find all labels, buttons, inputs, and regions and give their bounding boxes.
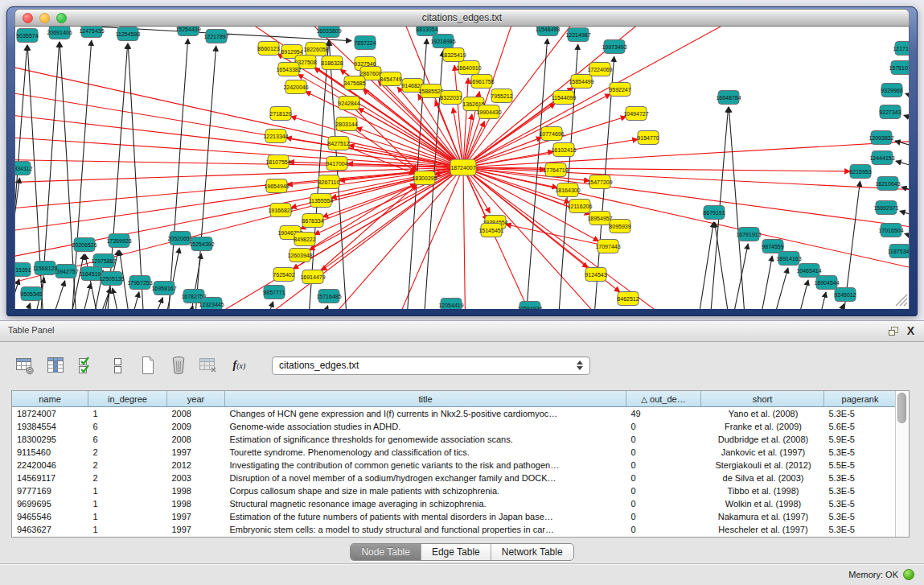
float-panel-icon[interactable] bbox=[888, 326, 899, 336]
network-view[interactable]: 1872400718300295866012389129541822605893… bbox=[15, 27, 910, 309]
graph-node[interactable]: 10494727 bbox=[623, 107, 648, 121]
graph-node[interactable]: 16958167 bbox=[151, 282, 176, 295]
zoom-window-icon[interactable] bbox=[56, 13, 67, 23]
graph-node[interactable]: 17957253 bbox=[127, 276, 152, 290]
graph-node[interactable]: 9417004 bbox=[326, 157, 347, 171]
graph-node[interactable]: 9505345 bbox=[20, 287, 42, 301]
graph-node[interactable]: 9242844 bbox=[338, 97, 359, 110]
delete-column-icon[interactable] bbox=[167, 355, 189, 377]
graph-node[interactable]: 12323445 bbox=[199, 298, 224, 310]
column-header-in_degree[interactable]: in_degree bbox=[88, 391, 167, 407]
table-selector-dropdown[interactable]: citations_edges.txt bbox=[272, 356, 590, 375]
graph-node[interactable]: 8498222 bbox=[294, 233, 315, 246]
table-mode-icon[interactable] bbox=[14, 355, 36, 377]
table-row[interactable]: 911546021997Tourette syndrome. Phenomeno… bbox=[12, 446, 895, 459]
graph-node[interactable]: 8660123 bbox=[257, 42, 279, 56]
graph-node[interactable]: 8454749 bbox=[380, 72, 401, 86]
table-row[interactable]: 2242004622012Investigating the contribut… bbox=[12, 459, 895, 472]
graph-node[interactable]: 9245012 bbox=[834, 288, 856, 302]
graph-node[interactable]: 18300295 bbox=[412, 171, 437, 185]
graph-node[interactable]: 9124543 bbox=[585, 268, 606, 282]
graph-node[interactable]: 11254598 bbox=[116, 27, 141, 41]
graph-node[interactable]: 11355554 bbox=[309, 194, 334, 208]
show-columns-icon[interactable] bbox=[45, 355, 67, 377]
graph-node[interactable]: 7857224 bbox=[354, 36, 376, 50]
graph-node[interactable]: 16961758 bbox=[469, 75, 494, 89]
table-row[interactable]: 1938455462009Genome-wide association stu… bbox=[12, 420, 895, 433]
table-row[interactable]: 1872400712008Changes of HCN gene express… bbox=[12, 407, 895, 421]
graph-node[interactable]: 18904544 bbox=[814, 276, 839, 290]
graph-node[interactable]: 19904430 bbox=[476, 105, 501, 119]
graph-node[interactable]: 20691406 bbox=[47, 27, 72, 39]
minimize-window-icon[interactable] bbox=[39, 13, 50, 23]
graph-node[interactable]: 12171076 bbox=[893, 42, 910, 56]
graph-node[interactable]: 11544099 bbox=[552, 91, 577, 105]
table-row[interactable]: 977716911998Corpus callosum shape and si… bbox=[12, 484, 895, 497]
graph-node[interactable]: 10594936 bbox=[517, 302, 542, 310]
graph-node[interactable]: 12214987 bbox=[565, 28, 590, 42]
table-row[interactable]: 1456911722003Disruption of a novel membe… bbox=[12, 472, 895, 484]
graph-node[interactable]: 12116206 bbox=[568, 200, 593, 213]
graph-node[interactable]: 9227343 bbox=[879, 105, 901, 119]
graph-node[interactable]: 11875344 bbox=[888, 245, 910, 258]
graph-node[interactable]: 7955212 bbox=[491, 89, 512, 103]
graph-node[interactable]: 9592247 bbox=[609, 83, 630, 97]
graph-node[interactable]: 12603948 bbox=[287, 249, 312, 262]
graph-node[interactable]: 19654948 bbox=[264, 179, 289, 193]
column-header-pagerank[interactable]: pagerank bbox=[824, 391, 896, 407]
graph-node[interactable]: 8679191 bbox=[703, 206, 725, 220]
column-header-year[interactable]: year bbox=[167, 391, 225, 407]
graph-node[interactable]: 17097443 bbox=[595, 240, 620, 253]
graph-node[interactable]: 8462512 bbox=[617, 292, 639, 306]
graph-node[interactable]: 12217897 bbox=[203, 30, 228, 43]
graph-node[interactable]: 12093832 bbox=[869, 131, 893, 145]
graph-node[interactable]: 18640910 bbox=[456, 61, 481, 75]
graph-node[interactable]: 17359928 bbox=[106, 234, 131, 248]
select-rows-icon[interactable] bbox=[76, 355, 97, 377]
graph-node[interactable]: 15854499 bbox=[569, 75, 593, 89]
graph-node[interactable]: 8215953 bbox=[849, 165, 871, 179]
tab-edge-table[interactable]: Edge Table bbox=[421, 544, 491, 560]
column-header-out_de[interactable]: △out_de… bbox=[626, 391, 701, 407]
graph-node[interactable]: 11568129 bbox=[33, 262, 58, 275]
close-panel-icon[interactable]: X bbox=[907, 324, 914, 337]
graph-node[interactable]: 12213344 bbox=[263, 130, 288, 143]
graph-node[interactable]: 18107554 bbox=[265, 155, 290, 169]
graph-node[interactable]: 8095939 bbox=[609, 220, 630, 233]
graph-node[interactable]: 16033809 bbox=[316, 27, 341, 38]
vertical-scrollbar[interactable] bbox=[895, 391, 909, 537]
graph-node[interactable]: 20206526 bbox=[72, 238, 97, 252]
scrollbar-thumb[interactable] bbox=[897, 393, 906, 423]
graph-node[interactable]: 16543382 bbox=[276, 63, 301, 76]
graph-node[interactable]: 15254439 bbox=[175, 27, 200, 36]
graph-node[interactable]: 15751074 bbox=[889, 61, 910, 75]
function-builder-icon[interactable]: f(x) bbox=[228, 355, 250, 377]
table-row[interactable]: 946554611997Estimation of the future num… bbox=[12, 510, 895, 523]
graph-node[interactable]: 12975887 bbox=[91, 254, 116, 268]
tab-node-table[interactable]: Node Table bbox=[351, 544, 421, 560]
graph-node[interactable]: 18325419 bbox=[441, 48, 466, 62]
graph-node[interactable]: 12444153 bbox=[869, 151, 894, 165]
delete-table-icon[interactable] bbox=[198, 355, 220, 377]
graph-node[interactable]: 8878334 bbox=[302, 214, 323, 228]
graph-node[interactable]: 16791913 bbox=[736, 228, 761, 241]
graph-node[interactable]: 15692971 bbox=[873, 201, 898, 215]
graph-node[interactable]: 7625402 bbox=[273, 268, 294, 282]
graph-node[interactable]: 2718120 bbox=[269, 107, 291, 121]
new-column-icon[interactable] bbox=[137, 355, 158, 377]
table-row[interactable]: 1830029562008Estimation of significance … bbox=[12, 433, 895, 446]
graph-node[interactable]: 12054419 bbox=[438, 299, 463, 310]
graph-node[interactable]: 16102416 bbox=[551, 143, 576, 157]
graph-node[interactable]: 3915391 bbox=[15, 263, 31, 277]
graph-node[interactable]: 10465414 bbox=[796, 264, 821, 278]
graph-node[interactable]: 18164300 bbox=[555, 183, 580, 197]
graph-node[interactable]: 16914479 bbox=[300, 270, 325, 284]
graph-node[interactable]: 16334112 bbox=[15, 162, 32, 175]
graph-node[interactable]: 9035574 bbox=[16, 29, 38, 43]
graph-node[interactable]: 15145451 bbox=[478, 224, 503, 237]
graph-node[interactable]: 3475685 bbox=[343, 76, 365, 90]
column-header-title[interactable]: title bbox=[225, 391, 626, 407]
graph-node[interactable]: 2803144 bbox=[335, 117, 357, 131]
graph-node[interactable]: 9857771 bbox=[263, 286, 285, 299]
graph-node[interactable]: 10774696 bbox=[539, 127, 564, 141]
